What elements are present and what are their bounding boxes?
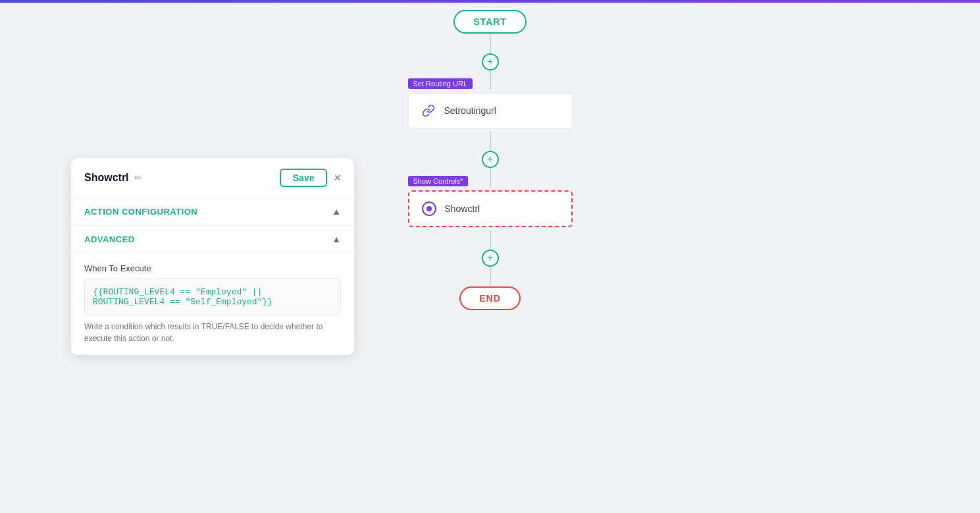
show-controls-badge: Show Controls* — [408, 176, 469, 186]
set-routing-url-text: Setroutingurl — [444, 105, 496, 116]
add-button-3[interactable]: + — [482, 250, 499, 267]
hint-text: Write a condition which results in TRUE/… — [84, 321, 341, 344]
panel-actions: Save × — [280, 169, 341, 187]
edit-icon[interactable]: ✏ — [134, 173, 142, 183]
add-button-2[interactable]: + — [482, 151, 499, 168]
advanced-title: ADVANCED — [84, 234, 135, 244]
set-routing-url-node[interactable]: Set Routing URL Setroutingurl — [408, 93, 573, 128]
start-node: START — [453, 10, 527, 34]
connector-line-5 — [490, 230, 491, 250]
panel-title-area: Showctrl ✏ — [84, 172, 142, 184]
eye-icon — [420, 200, 438, 218]
advanced-header[interactable]: ADVANCED ▲ — [71, 226, 354, 253]
action-config-header[interactable]: ACTION CONFIGURATION ▲ — [71, 198, 354, 225]
panel-header: Showctrl ✏ Save × — [71, 158, 354, 198]
connector-line-2 — [490, 70, 491, 90]
show-controls-node[interactable]: Show Controls* Showctrl — [408, 190, 573, 227]
connector-line-3 — [490, 131, 491, 151]
connector-line-6 — [490, 267, 491, 286]
condition-line-2: ROUTING_LEVEL4 == "Self_Employed"}} — [93, 297, 332, 307]
add-button-1[interactable]: + — [482, 53, 499, 70]
set-routing-url-box[interactable]: Setroutingurl — [408, 93, 573, 128]
action-config-section: ACTION CONFIGURATION ▲ — [71, 198, 354, 226]
panel-title: Showctrl — [84, 172, 129, 184]
link-icon — [419, 101, 438, 120]
advanced-body: When To Execute {{ROUTING_LEVEL4 == "Emp… — [71, 253, 354, 355]
show-controls-box[interactable]: Showctrl — [408, 190, 573, 227]
when-to-execute-label: When To Execute — [84, 263, 341, 273]
connector-line-1 — [490, 34, 491, 53]
action-config-chevron: ▲ — [332, 206, 341, 217]
side-panel: Showctrl ✏ Save × ACTION CONFIGURATION ▲… — [71, 158, 354, 355]
condition-line-1: {{ROUTING_LEVEL4 == "Employed" || — [93, 287, 332, 297]
canvas-background: START + Set Routing URL Setroutingurl — [0, 0, 980, 513]
end-node: END — [459, 286, 521, 310]
advanced-chevron: ▲ — [332, 234, 341, 244]
set-routing-url-badge: Set Routing URL — [408, 78, 473, 89]
advanced-section: ADVANCED ▲ When To Execute {{ROUTING_LEV… — [71, 226, 354, 355]
condition-box[interactable]: {{ROUTING_LEVEL4 == "Employed" || ROUTIN… — [84, 279, 341, 315]
connector-line-4 — [490, 168, 491, 188]
show-controls-text: Showctrl — [445, 203, 480, 214]
save-button[interactable]: Save — [280, 169, 328, 187]
set-routing-url-wrapper: Set Routing URL Setroutingurl + — [408, 90, 573, 188]
end-node-wrapper: END — [459, 286, 521, 310]
action-config-title: ACTION CONFIGURATION — [84, 207, 197, 217]
close-button[interactable]: × — [334, 172, 341, 184]
show-controls-wrapper: Show Controls* Showctrl + — [408, 188, 573, 286]
